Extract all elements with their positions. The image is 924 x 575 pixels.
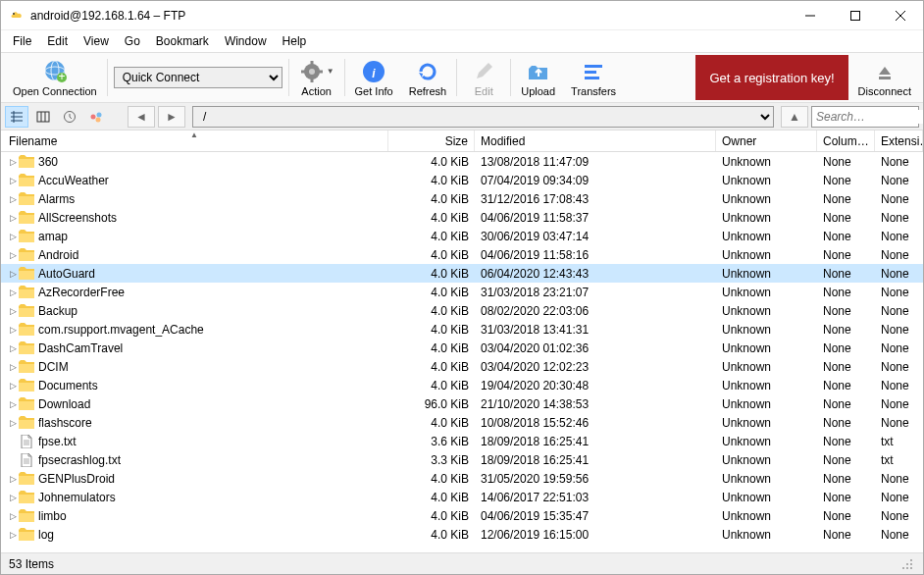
- disconnect-button[interactable]: Disconnect: [850, 55, 919, 100]
- expand-icon[interactable]: ▷: [7, 399, 19, 409]
- expand-icon[interactable]: ▷: [7, 511, 19, 521]
- svg-point-45: [906, 567, 908, 569]
- menu-file[interactable]: File: [5, 32, 39, 50]
- expand-icon[interactable]: ▷: [7, 232, 19, 241]
- minimize-button[interactable]: [788, 1, 833, 30]
- status-text: 53 Items: [9, 557, 54, 571]
- file-column: None: [817, 286, 875, 299]
- menu-edit[interactable]: Edit: [39, 32, 76, 50]
- expand-icon[interactable]: ▷: [7, 213, 19, 223]
- table-row[interactable]: ▷Documents4.0 KiB19/04/2020 20:30:48Unkn…: [1, 376, 923, 394]
- registration-key-button[interactable]: Get a registration key!: [695, 55, 847, 100]
- edit-button[interactable]: Edit: [459, 55, 508, 100]
- menu-window[interactable]: Window: [217, 32, 275, 50]
- table-row[interactable]: ▷Download96.0 KiB21/10/2020 14:38:53Unkn…: [1, 394, 923, 413]
- expand-icon[interactable]: ▷: [7, 530, 19, 540]
- expand-icon[interactable]: ▷: [7, 176, 19, 185]
- quick-connect-dropdown[interactable]: Quick Connect: [110, 55, 286, 100]
- table-row[interactable]: ▷Alarms4.0 KiB31/12/2016 17:08:43Unknown…: [1, 189, 923, 208]
- path-dropdown[interactable]: /: [192, 106, 774, 128]
- view-list-toggle[interactable]: [5, 106, 28, 128]
- view-column-toggle[interactable]: [31, 106, 55, 128]
- bonjour-toggle[interactable]: [84, 106, 108, 128]
- expand-icon[interactable]: ▷: [7, 306, 19, 316]
- refresh-icon: [415, 59, 440, 84]
- close-button[interactable]: [878, 1, 923, 30]
- file-column: None: [817, 211, 875, 225]
- menu-go[interactable]: Go: [117, 32, 148, 50]
- search-box[interactable]: [811, 106, 919, 128]
- table-row[interactable]: ▷Johnemulators4.0 KiB14/06/2017 22:51:03…: [1, 488, 923, 506]
- history-toggle[interactable]: [58, 106, 81, 128]
- table-row[interactable]: ▷log4.0 KiB12/06/2019 16:15:00UnknownNon…: [1, 525, 923, 544]
- expand-icon[interactable]: ▷: [7, 362, 19, 372]
- expand-icon[interactable]: ▷: [7, 269, 19, 279]
- get-info-button[interactable]: i Get Info: [347, 55, 401, 100]
- table-row[interactable]: ▷limbo4.0 KiB04/06/2019 15:35:47UnknownN…: [1, 506, 923, 525]
- nav-back-button[interactable]: ◄: [128, 106, 155, 128]
- table-row[interactable]: ▷flashscore4.0 KiB10/08/2018 15:52:46Unk…: [1, 413, 923, 432]
- expand-icon[interactable]: ▷: [7, 474, 19, 484]
- file-list[interactable]: ▷3604.0 KiB13/08/2018 11:47:09UnknownNon…: [1, 152, 923, 552]
- table-row[interactable]: ▷AllScreenshots4.0 KiB04/06/2019 11:58:3…: [1, 208, 923, 227]
- file-owner: Unknown: [716, 360, 817, 374]
- expand-icon[interactable]: ▷: [7, 288, 19, 297]
- expand-icon[interactable]: ▷: [7, 194, 19, 204]
- file-extension: None: [875, 230, 923, 243]
- file-column: None: [817, 174, 875, 187]
- nav-up-button[interactable]: ▲: [781, 106, 808, 128]
- expand-icon[interactable]: ▷: [7, 418, 19, 428]
- column-extension[interactable]: Extensi…: [875, 131, 923, 151]
- table-row[interactable]: fpsecrashlog.txt3.3 KiB18/09/2018 16:25:…: [1, 450, 923, 469]
- refresh-button[interactable]: Refresh: [401, 55, 455, 100]
- expand-icon[interactable]: ▷: [7, 493, 19, 502]
- svg-rect-21: [879, 77, 891, 79]
- file-column: None: [817, 379, 875, 392]
- file-name: AzRecorderFree: [38, 286, 125, 299]
- expand-icon[interactable]: ▷: [7, 157, 19, 167]
- resize-grip[interactable]: [899, 556, 915, 572]
- table-row[interactable]: ▷AzRecorderFree4.0 KiB31/03/2018 23:21:0…: [1, 283, 923, 301]
- column-column[interactable]: Colum…: [817, 131, 875, 151]
- table-row[interactable]: ▷Backup4.0 KiB08/02/2020 22:03:06Unknown…: [1, 301, 923, 320]
- table-row[interactable]: ▷GENPlusDroid4.0 KiB31/05/2020 19:59:56U…: [1, 469, 923, 488]
- upload-button[interactable]: Upload: [513, 55, 563, 100]
- column-owner[interactable]: Owner: [716, 131, 817, 151]
- menu-view[interactable]: View: [76, 32, 117, 50]
- expand-icon[interactable]: ▷: [7, 343, 19, 353]
- table-row[interactable]: ▷3604.0 KiB13/08/2018 11:47:09UnknownNon…: [1, 152, 923, 171]
- file-modified: 31/12/2016 17:08:43: [475, 192, 716, 206]
- maximize-button[interactable]: [833, 1, 878, 30]
- file-name: AccuWeather: [38, 174, 109, 187]
- search-input[interactable]: [816, 110, 924, 124]
- table-row[interactable]: ▷DashCamTravel4.0 KiB03/04/2020 01:02:36…: [1, 339, 923, 357]
- table-row[interactable]: ▷com.rsupport.mvagent_ACache4.0 KiB31/03…: [1, 320, 923, 339]
- menu-bookmark[interactable]: Bookmark: [148, 32, 217, 50]
- open-connection-button[interactable]: + Open Connection: [5, 55, 105, 100]
- table-row[interactable]: ▷AutoGuard4.0 KiB06/04/2020 12:43:43Unkn…: [1, 264, 923, 283]
- expand-icon[interactable]: ▷: [7, 381, 19, 391]
- table-row[interactable]: ▷amap4.0 KiB30/06/2019 03:47:14UnknownNo…: [1, 227, 923, 245]
- file-modified: 04/06/2019 15:35:47: [475, 509, 716, 523]
- expand-icon[interactable]: ▷: [7, 250, 19, 260]
- table-row[interactable]: ▷DCIM4.0 KiB03/04/2020 12:02:23UnknownNo…: [1, 357, 923, 376]
- table-row[interactable]: fpse.txt3.6 KiB18/09/2018 16:25:41Unknow…: [1, 432, 923, 450]
- column-modified[interactable]: Modified: [475, 131, 716, 151]
- action-button[interactable]: ▼ Action: [291, 55, 342, 100]
- file-owner: Unknown: [716, 379, 817, 392]
- transfers-button[interactable]: Transfers: [563, 55, 624, 100]
- sort-ascending-icon: ▲: [190, 131, 198, 139]
- file-name: AutoGuard: [38, 267, 95, 281]
- file-column: None: [817, 323, 875, 337]
- file-name: fpsecrashlog.txt: [38, 453, 121, 467]
- column-filename[interactable]: Filename▲: [1, 131, 388, 151]
- file-modified: 12/06/2019 16:15:00: [475, 528, 716, 542]
- menu-help[interactable]: Help: [275, 32, 315, 50]
- file-extension: None: [875, 472, 923, 486]
- column-size[interactable]: Size: [388, 131, 475, 151]
- nav-forward-button[interactable]: ►: [158, 106, 185, 128]
- table-row[interactable]: ▷AccuWeather4.0 KiB07/04/2019 09:34:09Un…: [1, 171, 923, 189]
- expand-icon[interactable]: ▷: [7, 325, 19, 335]
- table-row[interactable]: ▷Android4.0 KiB04/06/2019 11:58:16Unknow…: [1, 245, 923, 264]
- svg-point-11: [309, 69, 315, 75]
